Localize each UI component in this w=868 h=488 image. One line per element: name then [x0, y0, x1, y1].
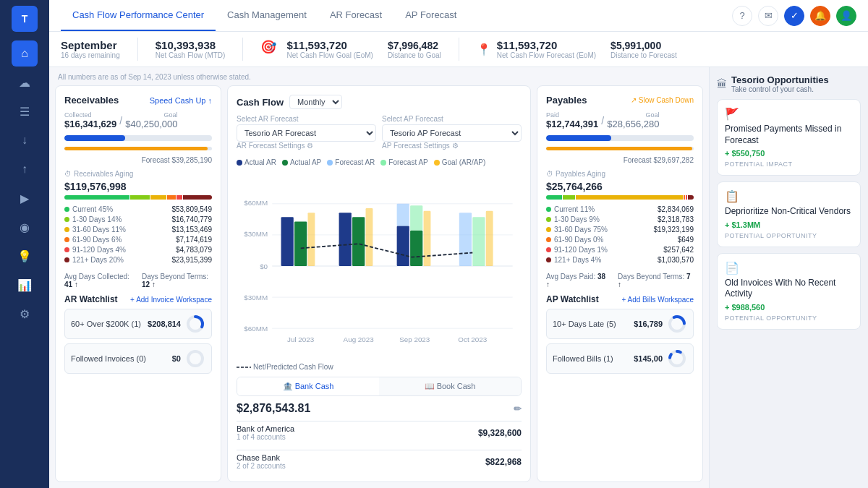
ar-forecast-selector: Select AR Forecast Tesorio AR Forecast A… [237, 115, 376, 150]
opp-card-2[interactable]: 📄 Old Invoices With No Recent Activity +… [717, 253, 861, 330]
forecast-item: 📍 $11,593,720 Net Cash Flow Forecast (Eo… [477, 39, 677, 59]
dashed-line-icon [237, 364, 251, 370]
net-predicted-label: Net/Predicted Cash Flow [237, 363, 333, 371]
book-cash-tab[interactable]: 📖 Book Cash [379, 377, 521, 395]
sidebar: T ⌂ ☁ ☰ ↓ ↑ ▶ ◉ 💡 📊 ⚙ [0, 0, 49, 488]
ar-watchlist: AR Watchlist + Add Invoice Workspace 60+… [64, 294, 212, 374]
value-pay-1: $2,318,783 [658, 215, 694, 223]
tesorio-icon: 🏛 [717, 78, 727, 90]
avg-days-num-recv: 41 ↑ [64, 281, 78, 288]
app-logo[interactable]: T [12, 6, 38, 32]
help-icon[interactable]: ? [732, 6, 752, 26]
svg-text:Oct 2023: Oct 2023 [458, 335, 487, 343]
ar-settings[interactable]: AR Forecast Settings ⚙ [237, 142, 376, 150]
opp-title-2: Old Invoices With No Recent Activity [725, 278, 853, 300]
dot-recv-5 [64, 257, 69, 262]
goal-label-pay: Goal [607, 111, 659, 119]
distance-label: Distance to Goal [388, 51, 441, 59]
net-predicted-text: Net/Predicted Cash Flow [253, 363, 333, 371]
bank-amount-value: $2,876,543.81 [237, 402, 310, 415]
check-icon[interactable]: ✓ [784, 6, 804, 26]
ar-forecast-select[interactable]: Tesorio AR Forecast [237, 124, 376, 142]
tab-ap[interactable]: AP Forecast [393, 0, 468, 31]
watchlist-item-recv-0: 60+ Over $200K (1) $208,814 [64, 309, 212, 339]
boa-name: Bank of America [237, 424, 294, 433]
sidebar-icon-play[interactable]: ▶ [12, 185, 38, 211]
book-icon: 📖 [425, 382, 437, 390]
ap-settings[interactable]: AP Forecast Settings ⚙ [382, 142, 522, 150]
opp-label-1: POTENTIAL OPPORTUNITY [725, 232, 853, 239]
sidebar-icon-home[interactable]: ⌂ [12, 40, 38, 67]
sidebar-icon-up[interactable]: ↑ [12, 156, 38, 182]
opp-card-1[interactable]: 📋 Deprioritize Non-Critical Vendors + $1… [717, 181, 861, 247]
svg-rect-25 [472, 217, 485, 266]
svg-text:Sep 2023: Sep 2023 [399, 335, 430, 343]
cf-period-select[interactable]: Monthly [289, 95, 342, 109]
label-recv-3: 61-90 Days 6% [72, 236, 122, 244]
aging-seg-60-pay [576, 195, 683, 200]
sidebar-icon-bulb[interactable]: 💡 [12, 243, 38, 269]
svg-rect-23 [424, 211, 431, 266]
payables-aging: ⏱ Payables Aging $25,764,266 [546, 170, 694, 264]
sidebar-icon-list[interactable]: ☰ [12, 98, 38, 124]
ar-watchlist-header: AR Watchlist + Add Invoice Workspace [64, 294, 212, 304]
sidebar-icon-settings[interactable]: ⚙ [12, 301, 38, 327]
bank-book-tabs: 🏦 Bank Cash 📖 Book Cash [237, 377, 522, 396]
legend-forecast-ar: Forecast AR [327, 158, 375, 166]
value-recv-0: $53,809,549 [171, 205, 212, 213]
aging-value-pay: $25,764,266 [546, 181, 694, 192]
period-item: September 16 days remaining [61, 39, 120, 59]
ap-watchlist: AP Watchlist + Add Bills Workspace 10+ D… [546, 294, 694, 374]
ap-forecast-select[interactable]: Tesorio AP Forecast [382, 124, 522, 142]
bell-icon[interactable]: 🔔 [810, 6, 830, 26]
payables-forecast-bar [546, 147, 694, 150]
dot-recv-3 [64, 237, 69, 242]
tab-ar[interactable]: AR Forecast [318, 0, 393, 31]
tab-cashflow[interactable]: Cash Flow Performance Center [61, 0, 216, 31]
days-beyond-pay: Days Beyond Terms: 7 ↑ [618, 273, 694, 288]
boa-info: Bank of America 1 of 4 accounts [237, 424, 294, 441]
opp-label-0: POTENTIAL IMPACT [725, 160, 853, 168]
aging-row-pay-1: 1-30 Days 9% $2,318,783 [546, 215, 694, 223]
watchlist-item-pay-0: 10+ Days Late (5) $16,789 [546, 309, 694, 339]
add-bills-workspace[interactable]: + Add Bills Workspace [621, 296, 694, 304]
opp-impact-2: + $988,560 [725, 303, 853, 312]
legend-dot-goal [434, 160, 440, 166]
cf-chart-svg: $60MM $30MM $0 $30MM $60MM [237, 175, 522, 357]
aging-seg-90-recv [167, 195, 176, 200]
speed-cash-link[interactable]: Speed Cash Up ↑ [150, 96, 212, 105]
cf-title-group: Cash Flow Monthly [237, 95, 342, 109]
value-pay-0: $2,834,069 [658, 205, 694, 213]
tab-management[interactable]: Cash Management [216, 0, 318, 31]
watchlist-label-pay-0: 10+ Days Late (5) [553, 320, 616, 328]
opp-label-2: POTENTIAL OPPORTUNITY [725, 314, 853, 322]
sidebar-icon-circle[interactable]: ◉ [12, 214, 38, 240]
payables-progress-fill [546, 135, 611, 141]
user-icon[interactable]: 👤 [836, 6, 856, 26]
opp-impact-0: + $550,750 [725, 149, 853, 158]
goal-value-pay: $28,656,280 [607, 119, 659, 129]
value-pay-5: $1,030,570 [658, 256, 694, 264]
sidebar-icon-down[interactable]: ↓ [12, 127, 38, 153]
mail-icon[interactable]: ✉ [758, 6, 778, 26]
value-recv-1: $16,740,779 [171, 215, 212, 223]
receivables-title: Receivables [64, 95, 119, 106]
sidebar-icon-chart[interactable]: 📊 [12, 272, 38, 298]
receivables-progress-fill [64, 135, 125, 141]
svg-rect-22 [410, 205, 422, 230]
aging-value-recv: $119,576,998 [64, 181, 212, 192]
bank-cash-tab[interactable]: 🏦 Bank Cash [237, 377, 379, 395]
svg-rect-18 [366, 208, 373, 266]
opp-impact-1: + $1.3MM [725, 221, 853, 229]
ap-watchlist-header: AP Watchlist + Add Bills Workspace [546, 294, 694, 304]
cf-panel-header: Cash Flow Monthly [237, 95, 522, 109]
sidebar-icon-cloud[interactable]: ☁ [12, 69, 38, 95]
slow-cash-link[interactable]: ↗ Slow Cash Down [631, 96, 694, 104]
opp-icon-2: 📄 [725, 261, 853, 275]
receivables-progress-bar [64, 135, 212, 141]
opp-card-0[interactable]: 🚩 Promised Payments Missed in Forecast +… [717, 99, 861, 176]
bank-account-chase: Chase Bank 2 of 2 accounts $822,968 [237, 450, 522, 473]
edit-bank-icon[interactable]: ✏ [514, 403, 522, 414]
label-recv-2: 31-60 Days 11% [72, 226, 126, 234]
add-invoice-workspace[interactable]: + Add Invoice Workspace [130, 296, 212, 304]
